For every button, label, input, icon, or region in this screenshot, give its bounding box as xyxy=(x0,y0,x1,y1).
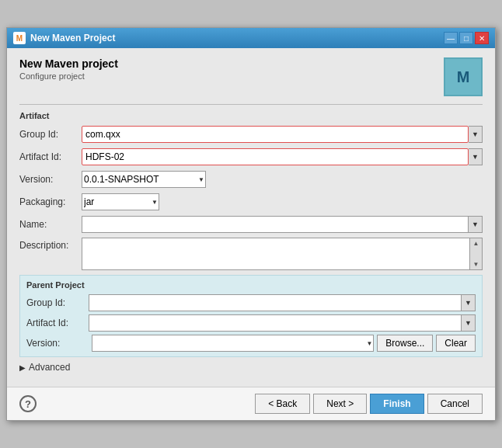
advanced-arrow-icon: ▶ xyxy=(19,363,26,372)
browse-button[interactable]: Browse... xyxy=(377,335,433,352)
close-button[interactable]: ✕ xyxy=(475,32,489,44)
artifact-id-row: Artifact Id: ▼ xyxy=(19,148,483,166)
description-input[interactable] xyxy=(82,238,470,270)
page-subtitle: Configure project xyxy=(19,71,118,81)
version-row: Version: 0.0.1-SNAPSHOT ▼ xyxy=(19,170,483,189)
parent-version-select[interactable] xyxy=(92,335,374,352)
header-section: New Maven project Configure project M xyxy=(19,57,483,96)
bottom-bar: ? < Back Next > Finish Cancel xyxy=(7,387,495,420)
minimize-button[interactable]: — xyxy=(444,32,458,44)
back-button[interactable]: < Back xyxy=(255,394,310,414)
group-id-input-wrap: ▼ xyxy=(82,126,483,143)
window-title: New Maven Project xyxy=(30,33,115,43)
content-area: New Maven project Configure project M Ar… xyxy=(7,48,495,387)
name-dropdown[interactable]: ▼ xyxy=(469,216,483,233)
name-row: Name: ▼ xyxy=(19,215,483,234)
description-scrollbar: ▲ ▼ xyxy=(470,238,483,270)
artifact-id-input-wrap: ▼ xyxy=(82,148,483,165)
parent-artifact-id-label: Artifact Id: xyxy=(26,318,89,328)
header-text: New Maven project Configure project xyxy=(19,57,118,81)
description-wrap: ▲ ▼ xyxy=(82,238,483,270)
cancel-button[interactable]: Cancel xyxy=(427,394,483,414)
parent-group-id-dropdown[interactable]: ▼ xyxy=(462,294,476,311)
version-select[interactable]: 0.0.1-SNAPSHOT xyxy=(82,171,206,188)
parent-version-select-container: ▼ xyxy=(92,335,374,352)
nav-buttons: < Back Next > Finish Cancel xyxy=(255,394,483,414)
advanced-row[interactable]: ▶ Advanced xyxy=(19,362,483,373)
parent-group-id-wrap: ▼ xyxy=(89,294,476,311)
header-divider xyxy=(19,104,483,105)
version-label: Version: xyxy=(19,174,82,185)
name-input[interactable] xyxy=(82,216,469,233)
parent-version-label: Version: xyxy=(26,338,89,349)
description-row: Description: ▲ ▼ xyxy=(19,238,483,270)
scroll-up-icon: ▲ xyxy=(473,240,479,247)
parent-group-id-input[interactable] xyxy=(89,294,462,311)
packaging-select[interactable]: jar war pom xyxy=(82,193,159,210)
group-id-row: Group Id: ▼ xyxy=(19,125,483,144)
group-id-label: Group Id: xyxy=(19,129,82,140)
packaging-select-container: jar war pom ▼ xyxy=(82,193,159,210)
parent-group-id-label: Group Id: xyxy=(26,297,89,308)
artifact-id-input[interactable] xyxy=(82,148,469,165)
artifact-id-label: Artifact Id: xyxy=(19,151,82,162)
name-label: Name: xyxy=(19,219,82,230)
scroll-down-icon: ▼ xyxy=(473,261,479,268)
advanced-label[interactable]: Advanced xyxy=(29,362,70,373)
parent-artifact-id-dropdown[interactable]: ▼ xyxy=(462,314,476,332)
parent-artifact-id-wrap: ▼ xyxy=(89,314,476,332)
packaging-label: Packaging: xyxy=(19,196,82,207)
parent-section-label: Parent Project xyxy=(26,280,476,290)
version-select-container: 0.0.1-SNAPSHOT ▼ xyxy=(82,171,206,188)
parent-project-section: Parent Project Group Id: ▼ Artifact Id: … xyxy=(19,275,483,357)
clear-button[interactable]: Clear xyxy=(436,335,476,352)
parent-artifact-id-input[interactable] xyxy=(89,314,462,332)
help-button[interactable]: ? xyxy=(19,395,37,412)
maximize-button[interactable]: □ xyxy=(459,32,473,44)
artifact-id-dropdown[interactable]: ▼ xyxy=(469,148,483,165)
packaging-row: Packaging: jar war pom ▼ xyxy=(19,193,483,211)
artifact-section-label: Artifact xyxy=(19,111,483,120)
parent-group-id-row: Group Id: ▼ xyxy=(26,294,476,311)
maven-logo: M xyxy=(444,57,483,96)
finish-button[interactable]: Finish xyxy=(370,394,424,414)
next-button[interactable]: Next > xyxy=(313,394,367,414)
title-controls: — □ ✕ xyxy=(444,32,489,44)
description-label: Description: xyxy=(19,238,82,251)
window-icon: M xyxy=(13,32,26,44)
group-id-input[interactable] xyxy=(82,126,469,143)
group-id-dropdown[interactable]: ▼ xyxy=(469,126,483,143)
name-input-wrap: ▼ xyxy=(82,216,483,233)
title-bar: M New Maven Project — □ ✕ xyxy=(7,28,495,48)
page-title: New Maven project xyxy=(19,57,118,70)
main-window: M New Maven Project — □ ✕ New Maven proj… xyxy=(6,27,496,421)
parent-artifact-id-row: Artifact Id: ▼ xyxy=(26,314,476,332)
parent-version-row: Version: ▼ Browse... Clear xyxy=(26,335,476,352)
title-bar-left: M New Maven Project xyxy=(13,32,115,44)
